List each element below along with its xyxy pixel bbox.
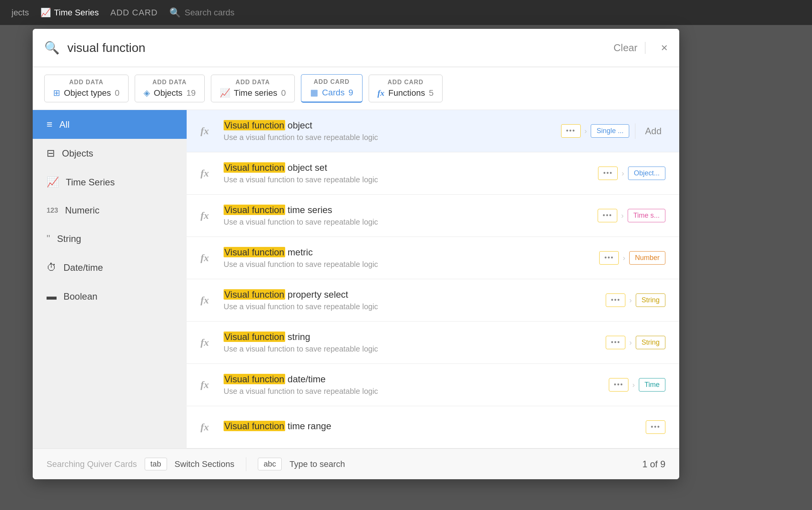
- tab-cards-name: Cards: [322, 88, 345, 98]
- add-card-label: ADD CARD: [110, 8, 158, 17]
- object-types-icon: ⊞: [53, 88, 60, 98]
- separator: [635, 123, 635, 139]
- type-button[interactable]: Time s...: [628, 209, 665, 222]
- tab-objects-count: 19: [186, 88, 195, 98]
- tab-functions-add-label: ADD CARD: [388, 79, 423, 86]
- result-row[interactable]: fx Visual function property select Use a…: [187, 279, 679, 322]
- result-subtitle: Use a visual function to save repeatable…: [224, 133, 553, 142]
- result-title: Visual function property select: [224, 289, 598, 300]
- result-row[interactable]: fx Visual function time range •••: [187, 406, 679, 448]
- result-text: Visual function object set Use a visual …: [224, 162, 590, 184]
- add-button[interactable]: Add: [641, 126, 665, 137]
- type-button[interactable]: Time: [639, 378, 665, 392]
- fx-icon: fx: [200, 337, 216, 348]
- arrow-icon: ›: [621, 211, 624, 220]
- result-subtitle: Use a visual function to save repeatable…: [224, 260, 591, 269]
- time-series-icon: 📈: [40, 8, 51, 18]
- search-cards-label: Search cards: [185, 8, 235, 18]
- tab-cards[interactable]: ADD CARD ▦ Cards 9: [301, 74, 363, 103]
- search-modal: 🔍 Clear × ADD DATA ⊞ Object types 0 ADD …: [33, 29, 679, 479]
- clear-button[interactable]: Clear: [606, 42, 645, 54]
- dots-button[interactable]: •••: [598, 167, 618, 180]
- fx-icon: fx: [200, 379, 216, 391]
- sidebar-item-datetime[interactable]: ⏱ Date/time: [33, 253, 187, 282]
- dots-button[interactable]: •••: [561, 124, 581, 138]
- sidebar-objects-label: Objects: [62, 148, 93, 159]
- arrow-icon: ›: [585, 127, 587, 135]
- result-text: Visual function date/time Use a visual f…: [224, 374, 601, 396]
- type-button[interactable]: String: [636, 293, 665, 307]
- boolean-icon: ▬: [47, 290, 57, 302]
- sidebar-item-time-series[interactable]: 📈 Time Series: [33, 168, 187, 197]
- sidebar-boolean-label: Boolean: [63, 291, 97, 302]
- tab-object-types[interactable]: ADD DATA ⊞ Object types 0: [44, 75, 129, 102]
- highlight-text: Visual function: [224, 374, 285, 384]
- result-row[interactable]: fx Visual function metric Use a visual f…: [187, 237, 679, 279]
- dots-button[interactable]: •••: [599, 251, 619, 265]
- top-bar-add-card[interactable]: ADD CARD: [110, 8, 158, 18]
- dots-button[interactable]: •••: [598, 209, 617, 222]
- projects-label: jects: [12, 8, 29, 18]
- result-row[interactable]: fx Visual function object set Use a visu…: [187, 152, 679, 195]
- result-row[interactable]: fx Visual function date/time Use a visua…: [187, 364, 679, 406]
- result-title: Visual function date/time: [224, 374, 601, 385]
- tab-functions[interactable]: ADD CARD fx Functions 5: [369, 75, 443, 102]
- result-title: Visual function object: [224, 120, 553, 131]
- sidebar-item-string[interactable]: " String: [33, 224, 187, 253]
- rest-title: string: [285, 332, 310, 342]
- dots-button[interactable]: •••: [646, 420, 665, 434]
- rest-title: date/time: [285, 374, 326, 384]
- arrow-icon: ›: [632, 380, 635, 389]
- tab-cards-count: 9: [348, 88, 353, 98]
- fx-icon: fx: [200, 210, 216, 222]
- functions-icon: fx: [378, 88, 384, 98]
- type-button[interactable]: Number: [629, 251, 665, 265]
- result-actions: ••• › Time: [609, 378, 665, 392]
- type-button[interactable]: Single ...: [591, 124, 629, 138]
- sidebar-item-objects[interactable]: ⊟ Objects: [33, 139, 187, 168]
- sidebar-item-boolean[interactable]: ▬ Boolean: [33, 282, 187, 311]
- arrow-icon: ›: [629, 338, 632, 347]
- search-icon: 🔍: [169, 7, 181, 18]
- type-button[interactable]: String: [636, 336, 665, 349]
- tab-objects[interactable]: ADD DATA ◈ Objects 19: [135, 75, 205, 102]
- highlight-text: Visual function: [224, 332, 285, 342]
- time-series-label: Time Series: [54, 8, 99, 18]
- top-bar-search[interactable]: 🔍 Search cards: [169, 7, 235, 18]
- result-row[interactable]: fx Visual function time series Use a vis…: [187, 195, 679, 237]
- result-row[interactable]: fx Visual function object Use a visual f…: [187, 110, 679, 152]
- tab-functions-count: 5: [429, 88, 433, 98]
- switch-sections-label: Switch Sections: [175, 459, 234, 469]
- tab-time-series[interactable]: ADD DATA 📈 Time series 0: [211, 75, 295, 102]
- sidebar-item-numeric[interactable]: 123 Numeric: [33, 197, 187, 224]
- all-icon: ≡: [47, 118, 52, 130]
- tab-objects-add-label: ADD DATA: [152, 79, 187, 86]
- sidebar-datetime-label: Date/time: [63, 262, 103, 273]
- result-text: Visual function object Use a visual func…: [224, 120, 553, 142]
- rest-title: object set: [285, 162, 327, 173]
- sidebar-all-label: All: [59, 119, 70, 130]
- search-input[interactable]: [67, 41, 598, 55]
- result-actions: ••• › Single ... Add: [561, 123, 665, 139]
- time-series-tab-icon: 📈: [220, 88, 230, 98]
- cards-icon: ▦: [310, 88, 318, 98]
- top-bar-projects[interactable]: jects: [12, 8, 29, 18]
- result-title: Visual function time series: [224, 205, 590, 215]
- tab-cards-add-label: ADD CARD: [314, 78, 349, 85]
- dots-button[interactable]: •••: [606, 336, 625, 349]
- datetime-icon: ⏱: [47, 262, 57, 273]
- result-text: Visual function property select Use a vi…: [224, 289, 598, 311]
- dots-button[interactable]: •••: [609, 378, 628, 392]
- top-bar-time-series[interactable]: 📈 Time Series: [40, 8, 99, 18]
- rest-title: time range: [285, 421, 331, 431]
- dots-button[interactable]: •••: [606, 293, 625, 307]
- type-button[interactable]: Object...: [628, 167, 665, 180]
- result-actions: •••: [646, 420, 665, 434]
- result-title: Visual function metric: [224, 247, 591, 258]
- rest-title: time series: [285, 205, 332, 215]
- objects-icon: ◈: [144, 88, 150, 98]
- arrow-icon: ›: [623, 253, 625, 262]
- close-button[interactable]: ×: [653, 41, 668, 54]
- result-row[interactable]: fx Visual function string Use a visual f…: [187, 322, 679, 364]
- sidebar-item-all[interactable]: ≡ All: [33, 110, 187, 139]
